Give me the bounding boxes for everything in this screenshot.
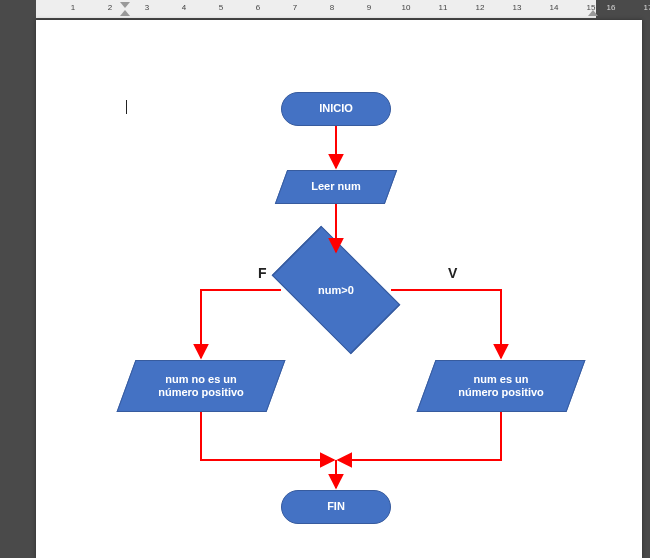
ruler-num: 16	[607, 3, 616, 12]
document-canvas[interactable]: INICIO Leer num num>0 F V num no es un n…	[6, 18, 650, 558]
horizontal-ruler: 1 2 3 4 5 6 7 8 9 10 11 12 13 14 15 16 1…	[0, 0, 650, 18]
ruler-num: 6	[256, 3, 260, 12]
ruler-num: 14	[550, 3, 559, 12]
branch-true-label: V	[448, 265, 457, 281]
flow-io-read[interactable]: Leer num	[281, 170, 391, 204]
ruler-num: 10	[402, 3, 411, 12]
ruler-num: 1	[71, 3, 75, 12]
flow-start-label: INICIO	[319, 102, 353, 115]
flow-io-read-label: Leer num	[311, 180, 361, 193]
flow-decision-label: num>0	[318, 284, 354, 296]
ruler-num: 9	[367, 3, 371, 12]
ruler-num: 17	[644, 3, 650, 12]
ruler-num: 4	[182, 3, 186, 12]
flow-decision[interactable]: num>0	[301, 255, 371, 325]
ruler-num: 3	[145, 3, 149, 12]
flow-io-true-line2: número positivo	[458, 386, 544, 399]
ruler-num: 8	[330, 3, 334, 12]
ruler-num: 13	[513, 3, 522, 12]
flow-end-label: FIN	[327, 500, 345, 513]
ruler-num: 12	[476, 3, 485, 12]
flow-io-true-line1: num es un	[473, 373, 528, 386]
ruler-num: 2	[108, 3, 112, 12]
ruler-num: 5	[219, 3, 223, 12]
right-indent-marker[interactable]	[588, 10, 598, 16]
flow-io-false[interactable]: num no es un número positivo	[126, 360, 276, 412]
indent-marker-bottom[interactable]	[120, 10, 130, 16]
ruler-num: 7	[293, 3, 297, 12]
ruler-num: 11	[439, 3, 448, 12]
branch-false-label: F	[258, 265, 267, 281]
flow-io-false-line2: número positivo	[158, 386, 244, 399]
flow-io-false-line1: num no es un	[165, 373, 237, 386]
indent-marker-top[interactable]	[120, 2, 130, 8]
page[interactable]: INICIO Leer num num>0 F V num no es un n…	[36, 20, 642, 558]
flow-end[interactable]: FIN	[281, 490, 391, 524]
flow-start[interactable]: INICIO	[281, 92, 391, 126]
text-cursor	[126, 100, 127, 114]
flow-io-true[interactable]: num es un número positivo	[426, 360, 576, 412]
